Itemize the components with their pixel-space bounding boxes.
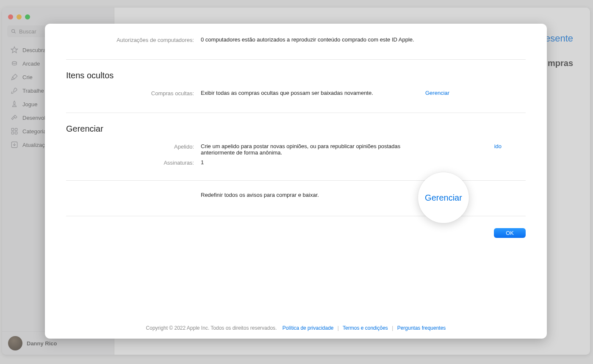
zoom-window-button[interactable] (25, 14, 30, 19)
hidden-value: Exibir todas as compras ocultas que poss… (201, 90, 417, 96)
subscriptions-label: Assinaturas: (66, 159, 201, 166)
minimize-window-button[interactable] (17, 14, 22, 19)
nickname-value: Crie um apelido para postar novas opiniõ… (201, 143, 417, 156)
arcade-icon (11, 60, 18, 67)
search-placeholder: Buscar (19, 28, 36, 35)
nickname-label: Apelido: (66, 143, 201, 150)
search-icon (11, 28, 17, 34)
svg-point-0 (12, 30, 15, 33)
rocket2-icon (11, 100, 18, 108)
footer-privacy-link[interactable]: Política de privacidade (283, 325, 334, 331)
svg-rect-6 (11, 132, 14, 134)
row-computer-authorizations: Autorizações de computadores: 0 computad… (66, 35, 526, 45)
footer-divider: | (392, 325, 393, 331)
section-hidden-items-title: Itens ocultos (66, 71, 526, 80)
auth-label: Autorizações de computadores: (66, 36, 201, 43)
avatar (8, 336, 22, 350)
subscriptions-value: 1 (201, 159, 417, 165)
svg-rect-5 (15, 128, 17, 130)
brush-icon (11, 73, 18, 81)
hammer-icon (11, 114, 18, 121)
rocket-icon (11, 87, 18, 94)
svg-point-3 (12, 62, 17, 64)
user-name: Danny Rico (27, 340, 57, 347)
reset-text: Redefinir todos os avisos para comprar e… (201, 192, 417, 198)
hidden-label: Compras ocultas: (66, 90, 201, 97)
footer-faq-link[interactable]: Perguntas frequentes (397, 325, 446, 331)
sidebar-item-label: Arcade (22, 61, 40, 67)
download-icon (11, 141, 18, 149)
divider (66, 59, 526, 60)
sheet-body: Autorizações de computadores: 0 computad… (45, 24, 547, 318)
lens-text: Gerenciar (425, 193, 462, 203)
grid-icon (11, 127, 18, 135)
manage-hidden-link[interactable]: Gerenciar (425, 90, 449, 96)
footer-copyright: Copyright © 2022 Apple Inc. Todos os dir… (146, 325, 277, 331)
divider (66, 113, 526, 113)
background-sub-fragment: mpras (548, 58, 573, 68)
sidebar-item-label: Crie (22, 74, 33, 80)
row-hidden-purchases: Compras ocultas: Exibir todas as compras… (66, 88, 526, 98)
sidebar-item-label: Trabalhe (22, 88, 44, 94)
reset-spacer (66, 192, 201, 192)
sheet-footer: Copyright © 2022 Apple Inc. Todos os dir… (45, 318, 547, 339)
section-manage-title: Gerenciar (66, 124, 526, 134)
svg-rect-7 (15, 132, 17, 134)
ok-row: OK (66, 226, 526, 243)
footer-divider: | (338, 325, 339, 331)
footer-terms-link[interactable]: Termos e condições (343, 325, 388, 331)
close-window-button[interactable] (8, 14, 13, 19)
ok-button[interactable]: OK (494, 228, 526, 238)
row-nickname: Apelido: Crie um apelido para postar nov… (66, 141, 526, 157)
svg-marker-2 (11, 47, 18, 53)
magnifier-lens: Gerenciar (418, 172, 469, 223)
star-icon (11, 46, 18, 54)
sidebar-item-label: Descubra (22, 47, 46, 53)
create-nickname-link[interactable]: ido (494, 143, 502, 149)
auth-value: 0 computadores estão autorizados a repro… (201, 36, 417, 43)
svg-line-1 (14, 32, 16, 33)
background-link-fragment: esente (545, 33, 573, 44)
sidebar-item-label: Jogue (22, 101, 37, 108)
row-subscriptions: Assinaturas: 1 (66, 157, 526, 168)
account-settings-sheet: Autorizações de computadores: 0 computad… (45, 24, 547, 339)
svg-rect-4 (11, 128, 14, 130)
